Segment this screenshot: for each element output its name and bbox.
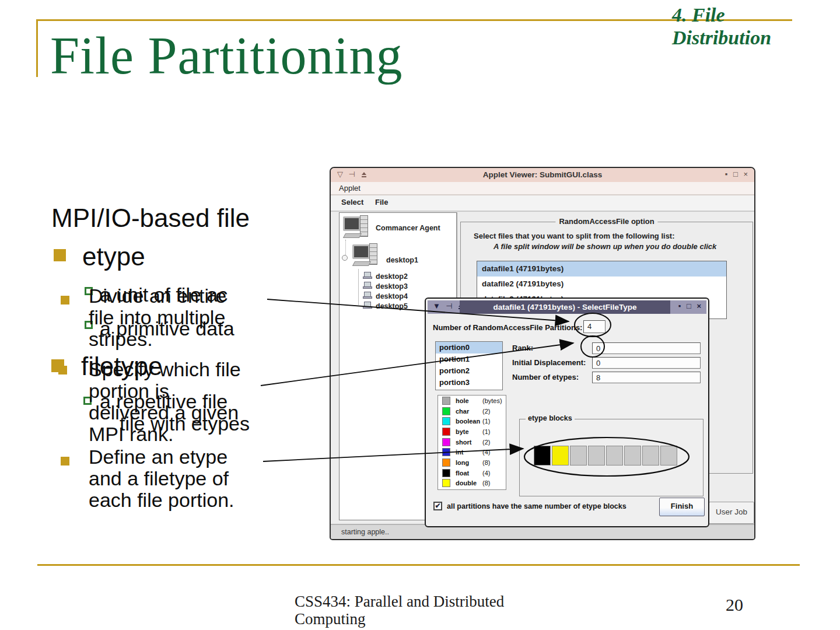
tree-item-desktop1[interactable]: desktop1 (386, 256, 418, 264)
initial-displacement-label: Initial Displacement: (512, 358, 586, 367)
tree-expand-handle[interactable] (342, 255, 348, 261)
short-swatch (442, 438, 450, 446)
footer-course-line2: Computing (295, 610, 366, 628)
tree-connector (358, 269, 359, 305)
tree-item-desktop4[interactable]: desktop4 (376, 292, 408, 300)
hole-swatch (442, 397, 450, 405)
legend-row-float[interactable]: float (4) (438, 468, 506, 478)
etype-block-7[interactable] (660, 446, 677, 466)
note-line: file into multiple (89, 307, 226, 328)
dialog-titlebar[interactable]: ▼ ⊣ datafile1 (47191bytes) - SelectFileT… (428, 300, 706, 314)
note-line: Define an etype (89, 446, 235, 468)
number-of-etypes-input[interactable]: 8 (592, 372, 701, 383)
etype-blocks-title: etype blocks (526, 414, 575, 422)
finish-button[interactable]: Finish (659, 498, 705, 516)
bottom-rule (37, 564, 800, 566)
number-of-etypes-label: Number of etypes: (512, 373, 579, 382)
legend-row-char[interactable]: char (2) (438, 406, 506, 416)
etype-block-6[interactable] (642, 446, 659, 466)
etype-block-5[interactable] (624, 446, 641, 466)
computer-icon (352, 243, 379, 267)
section-header-line2: Distribution (672, 26, 824, 49)
close-icon[interactable]: × (696, 302, 701, 310)
bullet-note3 (61, 457, 69, 466)
laptop-icon (363, 272, 372, 279)
note-line: and a filetype of (89, 468, 235, 489)
portion-row-0[interactable]: portion0 (436, 342, 502, 354)
note-line: stripes. (89, 328, 226, 350)
close-icon[interactable]: × (743, 170, 748, 178)
body-heading: MPI/IO-based file (51, 204, 250, 233)
selectfiletype-dialog: ▼ ⊣ datafile1 (47191bytes) - SelectFileT… (425, 298, 709, 527)
file-row-datafile2[interactable]: datafile2 (47191bytes) (477, 276, 726, 292)
etype-block-4[interactable] (606, 446, 623, 466)
double-swatch (442, 479, 450, 487)
partitions-input[interactable]: 4 (583, 320, 606, 333)
etype-block-3[interactable] (588, 446, 605, 466)
etype-legend: hole (bytes) char (2) boolean (1) byte (… (438, 395, 506, 490)
computer-icon (343, 215, 370, 239)
bullet-note1 (61, 296, 69, 304)
maximize-icon[interactable]: □ (687, 302, 691, 310)
maximize-icon[interactable]: □ (733, 170, 738, 178)
rank-label: Rank: (512, 344, 533, 352)
legend-row-byte[interactable]: byte (1) (438, 426, 506, 437)
laptop-icon (363, 302, 372, 309)
applet-menubar: Applet (331, 182, 754, 195)
menu-file[interactable]: File (375, 195, 388, 209)
portion-row-1[interactable]: portion1 (436, 354, 502, 365)
bullet-etype (54, 249, 66, 261)
legend-row-int[interactable]: int (4) (438, 447, 506, 457)
user-job-button[interactable]: User Job (709, 502, 754, 524)
tree-item-commancer-agent[interactable]: Commancer Agent (376, 224, 440, 232)
etype-block-0[interactable] (534, 446, 551, 466)
legend-row-double[interactable]: double (8) (438, 478, 506, 489)
long-swatch (442, 459, 450, 467)
etype-block-row (534, 446, 678, 466)
menu-select[interactable]: Select (341, 195, 363, 209)
partitions-label: Number of RandomAccessFile Partitions: (433, 323, 582, 332)
page-title: File Partitioning (50, 26, 403, 86)
select-files-hint: Select files that you want to split from… (474, 232, 675, 240)
note-divide: Divide an entire file into multiple stri… (89, 285, 226, 350)
initial-displacement-input[interactable]: 0 (592, 357, 701, 369)
file-row-datafile1[interactable]: datafile1 (47191bytes) (477, 261, 726, 276)
etype-blocks-group: etype blocks (519, 419, 704, 496)
portion-row-3[interactable]: portion3 (436, 377, 502, 388)
boolean-swatch (442, 417, 450, 425)
legend-row-hole[interactable]: hole (bytes) (438, 396, 506, 406)
same-blocks-checkbox-label: all partitions have the same number of e… (447, 502, 626, 510)
int-swatch (442, 448, 450, 456)
shade-icon[interactable]: ▼ (433, 302, 440, 310)
section-header: 4. File Distribution (672, 4, 824, 49)
same-blocks-checkbox[interactable]: ✔ (433, 502, 442, 510)
page-number: 20 (726, 595, 743, 615)
minimize-icon[interactable]: ▪ (725, 170, 728, 178)
note-line: Specify which file (89, 359, 241, 380)
bullet-note2 (58, 366, 67, 374)
note-define: Define an etype and a filetype of each f… (89, 446, 235, 511)
stick-icon[interactable]: ⊣ (446, 302, 453, 310)
tree-item-desktop2[interactable]: desktop2 (376, 272, 408, 281)
slide: 4. File Distribution File Partitioning M… (0, 0, 840, 630)
note-line: MPI rank. (89, 424, 241, 445)
section-header-line1: 4. File (672, 4, 824, 26)
legend-row-long[interactable]: long (8) (438, 457, 506, 468)
portion-row-2[interactable]: portion2 (436, 365, 502, 377)
note-specify: Specify which file portion is delivered … (89, 359, 241, 445)
double-click-hint: A file split window will be shown up whe… (494, 242, 716, 251)
byte-swatch (442, 428, 450, 436)
footer-course-line1: CSS434: Parallel and Distributed (295, 593, 504, 611)
etype-block-2[interactable] (570, 446, 587, 466)
legend-row-boolean[interactable]: boolean (1) (438, 416, 506, 426)
rank-input[interactable]: 0 (592, 342, 701, 354)
window-titlebar[interactable]: ▽ ⊣ Applet Viewer: SubmitGUI.class ▪ □ × (331, 168, 754, 183)
menu-applet[interactable]: Applet (339, 184, 360, 192)
tree-item-desktop3[interactable]: desktop3 (376, 282, 408, 290)
minimize-icon[interactable]: ▪ (678, 302, 681, 310)
etype-block-1[interactable] (552, 446, 569, 466)
legend-row-short[interactable]: short (2) (438, 437, 506, 447)
tree-item-desktop5[interactable]: desktop5 (376, 302, 408, 310)
dialog-title: datafile1 (47191bytes) - SelectFileType (460, 300, 670, 314)
left-rule (36, 19, 38, 77)
